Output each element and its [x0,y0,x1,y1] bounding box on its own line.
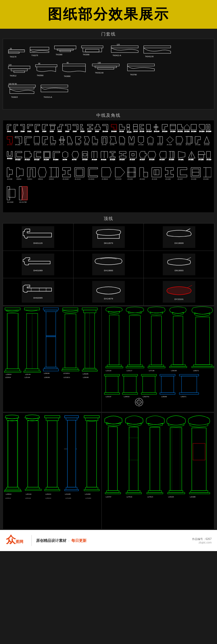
svg-text:LZ7516: LZ7516 [127,496,132,498]
svg-text:JH-A101: JH-A101 [129,144,134,145]
svg-text:130: 130 [98,62,101,64]
svg-text:JH-A150: JH-A150 [169,159,174,160]
column-section-bottom: LZ0514 LZ0116 LZ0214 [3,413,214,530]
zhongxian-svg: ZH148 ZH149 ZH150 ZH151 ZH152 ZH153 [6,123,211,209]
svg-text:LZ7136: LZ7136 [149,369,154,371]
section-label-zhongxian: 中线及角线 [0,110,217,120]
svg-text:90: 90 [38,63,40,64]
svg-text:JH-ZB103: JH-ZB103 [102,179,108,180]
svg-text:LZ13211: LZ13211 [63,372,70,374]
dingxian-cell-7: DH02065 [3,278,73,305]
svg-text:ZH-Z202: ZH-Z202 [184,131,190,132]
svg-text:JH-P99: JH-P99 [84,144,89,145]
svg-text:TK0170: TK0170 [10,56,17,58]
svg-text:ZH154: ZH154 [50,131,54,132]
svg-text:JH-A158: JH-A158 [191,179,196,180]
dingxian-cell-4: DH01069 [3,251,73,278]
svg-text:ZH159: ZH159 [87,131,91,132]
svg-text:DX19009: DX19009 [174,242,184,244]
svg-rect-251 [3,413,214,529]
work-id: 作品编号：6267 [192,537,212,541]
svg-rect-0 [6,42,211,106]
svg-text:120: 120 [8,64,12,66]
svg-text:LZ8290: LZ8290 [161,395,167,397]
svg-text:LZ1195: LZ1195 [65,493,71,495]
svg-text:JH-ZA98: JH-ZA98 [44,159,49,160]
svg-text:JH-A148: JH-A148 [149,159,155,160]
svg-text:LZ1294: LZ1294 [85,493,91,495]
svg-text:JH-P99: JH-P99 [72,159,76,160]
dingxian-cell-9: DY22101 [144,278,214,305]
svg-rect-154 [92,254,125,275]
dingxian-cell-5: DX13083 [74,251,144,278]
svg-text:JH-A102: JH-A102 [101,159,106,160]
svg-text:ZH148: ZH148 [7,131,11,132]
svg-text:JH-A152: JH-A152 [188,159,194,160]
svg-text:JH-A146: JH-A146 [130,159,135,160]
svg-text:JH-A115: JH-A115 [34,159,40,160]
svg-text:TK0815: TK0815 [11,96,18,98]
svg-text:JH-A114: JH-A114 [25,159,30,160]
svg-text:LZ1195: LZ1195 [65,497,71,499]
svg-text:ZH-5-40: ZH-5-40 [67,144,72,145]
svg-text:JH-A100: JH-A100 [119,144,125,145]
svg-text:LZ9193: LZ9193 [44,372,49,374]
dingxian-panel: DH01120 DK12073 DX19009 [3,223,214,306]
svg-text:LZ0214: LZ0214 [46,493,51,495]
svg-text:JH-A159: JH-A159 [203,179,209,180]
svg-text:JH-A107: JH-A107 [186,144,191,145]
svg-text:图网: 图网 [16,539,23,544]
svg-text:LZ2014: LZ2014 [5,376,11,378]
svg-text:TK0412-A: TK0412-A [113,54,121,56]
site-domain: ztupic.com [192,541,212,544]
svg-text:ZH156: ZH156 [65,131,69,132]
svg-text:JH-A153: JH-A153 [127,179,133,180]
header-banner: 图纸部分效果展示 [0,0,217,29]
svg-text:ZH-Z148: ZH-Z148 [154,131,159,132]
svg-text:TK0690: TK0690 [64,75,71,77]
svg-text:DY22101: DY22101 [174,298,184,300]
svg-text:JH-A156: JH-A156 [7,179,12,180]
svg-text:JH-ZA101: JH-ZA101 [75,179,81,180]
svg-text:JH-A154: JH-A154 [140,179,145,180]
svg-text:LZ9138: LZ9138 [171,369,177,371]
svg-text:LZ0514: LZ0514 [5,497,11,499]
svg-text:TK0380: TK0380 [56,54,63,56]
svg-text:JH-P100: JH-P100 [82,159,88,160]
svg-text:ZH-Z201: ZH-Z201 [177,131,183,132]
svg-text:LZ0116: LZ0116 [26,493,31,495]
svg-text:LZ2116: LZ2116 [106,369,111,371]
svg-text:ZH2011: ZH2011 [27,179,32,180]
svg-text:LZ9416: LZ9416 [124,395,129,397]
svg-text:ZH-141: ZH-141 [127,131,132,133]
columns-top-svg: LZ2014 LZ3-04 LZ9193 [3,306,214,412]
svg-text:ZH-Z200: ZH-Z200 [170,131,175,132]
svg-text:LZ2137: LZ2137 [106,395,111,397]
svg-text:LZ0388: LZ0388 [190,496,196,498]
svg-text:100 50 50: 100 50 50 [8,83,17,85]
svg-text:JH-P98: JH-P98 [62,159,67,160]
svg-text:TK0412-B: TK0412-B [145,56,154,57]
mentaoxian-svg: 33 TK0170 TX0275 TK0380 TK0390 12 [6,42,211,106]
svg-text:ZH151: ZH151 [27,131,31,132]
svg-text:JH-A153: JH-A153 [198,159,204,160]
svg-text:JH-A154: JH-A154 [206,159,211,160]
svg-text:JH-A106: JH-A106 [176,144,181,145]
svg-text:DK12073: DK12073 [104,242,113,244]
svg-text:ZH152: ZH152 [35,131,39,132]
svg-text:ZH-Z149: ZH-Z149 [162,131,167,132]
svg-text:DX14079: DX14079 [104,297,113,300]
dingxian-cell-3: DX19009 [144,224,214,251]
zhongxian-panel: ZH148 ZH149 ZH150 ZH151 ZH152 ZH153 [3,120,214,212]
svg-text:TK0313-A: TK0313-A [44,96,52,98]
svg-text:LZ9193: LZ9193 [44,376,50,378]
svg-text:JH-A145: JH-A145 [119,159,125,160]
svg-text:ZH-147: ZH-147 [133,131,138,132]
svg-text:JH-ZA102: JH-ZA102 [88,179,94,180]
svg-text:ZH-Z147: ZH-Z147 [146,131,152,132]
section-label-mentaoxian: 门套线 [0,29,217,39]
svg-text:ZH-148: ZH-148 [140,131,144,132]
svg-text:DX13083: DX13083 [104,269,113,272]
svg-text:LZ2014: LZ2014 [6,373,11,375]
svg-text:LZ0514: LZ0514 [6,493,11,495]
